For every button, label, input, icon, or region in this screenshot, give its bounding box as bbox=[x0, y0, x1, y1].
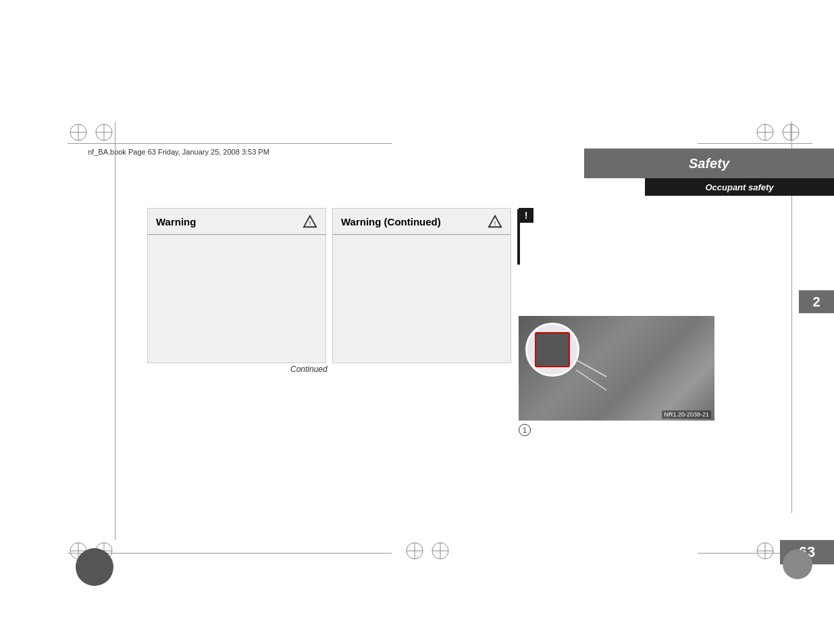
decorative-circle-large bbox=[76, 548, 113, 586]
reg-mark-top-left bbox=[69, 123, 88, 142]
exclamation-section: ! bbox=[519, 208, 714, 227]
warning-triangle-icon-right: ! bbox=[488, 214, 502, 229]
occupant-safety-title: Occupant safety bbox=[705, 182, 773, 192]
file-info: nf_BA.book Page 63 Friday, January 25, 2… bbox=[88, 148, 269, 156]
warning-triangle-icon-left: ! bbox=[303, 214, 317, 229]
exclamation-badge: ! bbox=[519, 208, 533, 223]
circle-annotation-1: 1 bbox=[519, 424, 531, 436]
svg-line-34 bbox=[576, 360, 606, 377]
svg-line-35 bbox=[576, 370, 606, 390]
warning-box-continued: Warning (Continued) ! bbox=[332, 208, 511, 363]
occupant-safety-subheader: Occupant safety bbox=[645, 178, 834, 196]
annotation-number: 1 bbox=[523, 426, 527, 434]
reg-mark-bottom-center-left bbox=[405, 541, 424, 560]
continued-text: Continued bbox=[290, 365, 328, 374]
warning-box-left: Warning ! bbox=[147, 208, 326, 363]
warning-box-continued-header: Warning (Continued) ! bbox=[333, 209, 511, 235]
reg-mark-top-right-2 bbox=[756, 123, 775, 142]
section-number-badge: 2 bbox=[799, 290, 834, 313]
safety-title: Safety bbox=[689, 156, 729, 171]
reg-mark-bottom-center-right bbox=[431, 541, 450, 560]
horizontal-line-top bbox=[68, 143, 392, 144]
reg-mark-bottom-right-2 bbox=[756, 541, 775, 560]
car-image: NR1.20-2038-21 bbox=[519, 316, 714, 421]
decorative-circle-bottom-right bbox=[783, 549, 812, 579]
svg-text:!: ! bbox=[309, 220, 311, 227]
section-number: 2 bbox=[812, 294, 820, 310]
svg-text:!: ! bbox=[494, 220, 496, 227]
right-horizontal-top bbox=[698, 143, 812, 144]
reg-mark-top-right bbox=[781, 123, 800, 142]
warning-box-left-header: Warning ! bbox=[148, 209, 325, 235]
safety-header: Safety bbox=[584, 149, 834, 178]
left-vertical-line bbox=[115, 122, 115, 540]
warning-title-left: Warning bbox=[156, 216, 196, 227]
warning-title-continued: Warning (Continued) bbox=[341, 216, 441, 227]
car-image-caption: NR1.20-2038-21 bbox=[662, 410, 711, 419]
detail-arrow bbox=[519, 316, 714, 421]
car-image-area: NR1.20-2038-21 bbox=[519, 316, 714, 421]
horizontal-line-bottom bbox=[68, 553, 392, 554]
reg-mark-top-left-2 bbox=[95, 123, 113, 142]
